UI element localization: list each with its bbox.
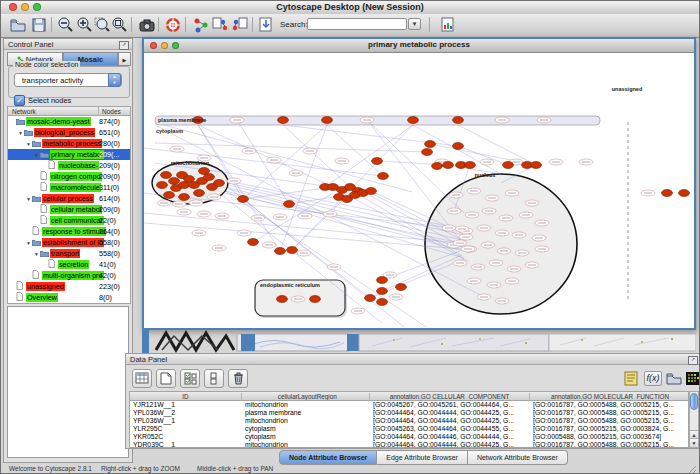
scrollbar-thumb[interactable]: [690, 393, 698, 410]
graph-node-selected[interactable]: [453, 117, 464, 124]
graph-node-selected[interactable]: [199, 168, 210, 175]
table-row[interactable]: YLR295Ccytoplasm[GO:0045263, GO:0044464,…: [130, 425, 688, 433]
graph-node-selected[interactable]: [425, 141, 436, 148]
open-attributes-icon[interactable]: [666, 371, 682, 387]
graph-node-selected[interactable]: [322, 117, 333, 124]
graph-node-selected[interactable]: [179, 182, 190, 189]
graph-node-selected[interactable]: [377, 288, 388, 295]
resize-grip[interactable]: [687, 461, 697, 471]
tree-row[interactable]: Overview8(0): [8, 292, 130, 303]
save-icon[interactable]: [30, 16, 48, 34]
table-row[interactable]: YPL036W__2plasma membrane[GO:0044464, GO…: [130, 409, 688, 417]
open-icon[interactable]: [9, 16, 27, 34]
col-molecular-function[interactable]: annotation.GO MOLECULAR_FUNCTION: [530, 393, 690, 400]
col-cellular-component[interactable]: annotation.GO CELLULAR_COMPONENT: [370, 393, 530, 400]
graph-node-selected[interactable]: [531, 162, 542, 169]
data-table-scrollbar[interactable]: ▲ ▼: [689, 391, 699, 448]
birdseye-view[interactable]: [7, 306, 129, 458]
table-row[interactable]: YPL036W__1mitochondrion[GO:0044464, GO:0…: [130, 417, 688, 425]
zoom-out-icon[interactable]: [56, 16, 74, 34]
graph-node-selected[interactable]: [662, 190, 673, 197]
col-id[interactable]: ID: [130, 393, 242, 400]
tree-row[interactable]: nitrogen compo209(0): [8, 171, 130, 182]
graph-node-selected[interactable]: [372, 158, 383, 165]
graph-node-selected[interactable]: [396, 284, 407, 291]
tree-row[interactable]: mosaic-demo-yeast874(0): [8, 116, 130, 127]
graph-node-selected[interactable]: [277, 296, 288, 303]
graph-node-selected[interactable]: [238, 196, 249, 203]
tab-edge-attribute-browser[interactable]: Edge Attribute Browser: [377, 450, 468, 465]
search-input[interactable]: [307, 18, 407, 30]
graph-node-selected[interactable]: [408, 117, 419, 124]
graph-node-selected[interactable]: [366, 188, 377, 195]
graph-node-selected[interactable]: [443, 162, 454, 169]
tree-row[interactable]: ▼cellular process614(0): [8, 193, 130, 204]
graph-node-selected[interactable]: [278, 117, 289, 124]
graph-node-selected[interactable]: [284, 201, 295, 208]
unselect-attributes-icon[interactable]: [204, 369, 224, 388]
tree-row[interactable]: response to stimulu264(0): [8, 226, 130, 237]
table-row[interactable]: YJR121W__1mitochondrion[GO:0045267, GO:0…: [130, 401, 688, 409]
graph-node-selected[interactable]: [310, 296, 321, 303]
heatmap-icon[interactable]: [686, 371, 700, 387]
tree-row[interactable]: secretion41(0): [8, 259, 130, 270]
tab-network-attribute-browser[interactable]: Network Attribute Browser: [468, 450, 568, 465]
zoom-selected-icon[interactable]: [93, 16, 111, 34]
float-panel-icon[interactable]: ↗: [119, 41, 129, 50]
graph-node-selected[interactable]: [287, 247, 298, 254]
tree-row[interactable]: cell communicat22(0): [8, 215, 130, 226]
snapshot-camera-icon[interactable]: [138, 16, 156, 34]
help-lifesaver-icon[interactable]: [164, 16, 182, 34]
graph-node-selected[interactable]: [194, 190, 205, 197]
color-attribute-select[interactable]: transporter activity ▲▼: [14, 73, 122, 87]
graph-node-selected[interactable]: [432, 163, 443, 170]
annotation-export-icon[interactable]: [231, 16, 249, 34]
notes-icon[interactable]: [624, 371, 640, 387]
graph-node-selected[interactable]: [161, 172, 172, 179]
tree-row[interactable]: ▼primary metabol209(...: [8, 149, 130, 160]
graph-node-selected[interactable]: [214, 180, 225, 187]
graph-node-selected[interactable]: [275, 248, 286, 255]
search-dropdown-button[interactable]: ▼: [408, 18, 421, 30]
float-panel-icon[interactable]: ↗: [688, 356, 698, 365]
select-nodes-checkbox[interactable]: ✓: [14, 95, 25, 106]
tree-row[interactable]: macromolecule311(0): [8, 182, 130, 193]
zoom-in-icon[interactable]: [75, 16, 93, 34]
scroll-down-icon[interactable]: ▼: [690, 438, 698, 447]
new-attribute-icon[interactable]: [156, 369, 176, 388]
import-network-icon[interactable]: [257, 16, 275, 34]
tab-overflow-button[interactable]: ▶: [118, 52, 131, 66]
graph-node-selected[interactable]: [248, 239, 259, 246]
graph-node-selected[interactable]: [179, 194, 190, 201]
network-canvas[interactable]: plasma membranecytoplasmmitochondrionnuc…: [144, 53, 694, 329]
graph-node-selected[interactable]: [365, 295, 376, 302]
col-layout-region[interactable]: _cellularLayoutRegion: [242, 393, 370, 400]
graph-node-selected[interactable]: [453, 143, 464, 150]
table-row[interactable]: YKR052Ccytoplasm[GO:0044464, GO:0044446,…: [130, 433, 688, 441]
tree-row[interactable]: ▼transport558(0): [8, 248, 130, 259]
graph-node-selected[interactable]: [503, 162, 514, 169]
vizmapper-icon[interactable]: [192, 16, 210, 34]
graph-node-selected[interactable]: [679, 190, 690, 197]
tree-row[interactable]: unassigned223(0): [8, 281, 130, 292]
select-attributes-icon[interactable]: [180, 369, 200, 388]
tree-row[interactable]: ▼biological_process651(0): [8, 127, 130, 138]
graph-node-selected[interactable]: [378, 173, 389, 180]
graph-node-selected[interactable]: [422, 149, 433, 156]
annotation-import-icon[interactable]: [211, 16, 229, 34]
graph-node-selected[interactable]: [169, 178, 180, 185]
attribute-table-icon[interactable]: [132, 369, 152, 388]
tree-row[interactable]: cellular metabol209(0): [8, 204, 130, 215]
tree-row[interactable]: multi-organism pro42(0): [8, 270, 130, 281]
graph-node-selected[interactable]: [164, 192, 175, 199]
formula-icon[interactable]: f(x): [644, 371, 662, 386]
tab-node-attribute-browser[interactable]: Node Attribute Browser: [279, 450, 377, 465]
table-row[interactable]: YDR039C__1mitochondrion[GO:0044464, GO:0…: [130, 441, 688, 448]
tree-row[interactable]: ▼establishment of lo558(0): [8, 237, 130, 248]
delete-attribute-trash-icon[interactable]: [228, 369, 248, 388]
graph-node-selected[interactable]: [377, 277, 388, 284]
graph-node-selected[interactable]: [465, 162, 476, 169]
tree-row[interactable]: nucleobase-209(0): [8, 160, 130, 171]
tree-row[interactable]: ▼metabolic process280(0): [8, 138, 130, 149]
search-options-icon[interactable]: [439, 16, 457, 34]
